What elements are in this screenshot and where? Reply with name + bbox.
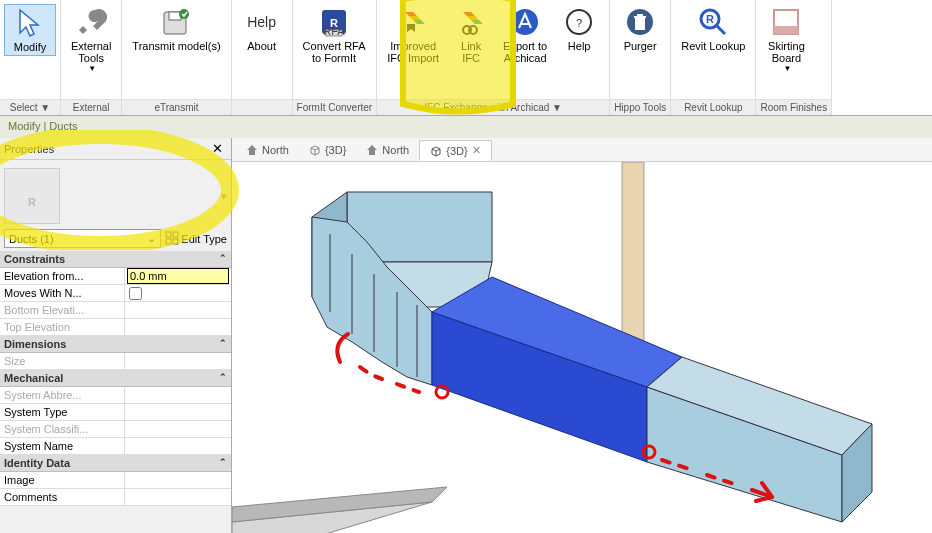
help-icon: Help <box>246 6 278 38</box>
hippo-panel-label: Hippo Tools <box>610 99 670 115</box>
external-tools-button[interactable]: External Tools ▼ <box>65 4 117 75</box>
tab-3d-2-active[interactable]: {3D} ✕ <box>419 140 491 161</box>
revit-lookup-panel-label: Revit Lookup <box>671 99 755 115</box>
value-sys-name[interactable] <box>125 438 231 454</box>
export-archicad-button[interactable]: Export to Archicad <box>497 4 553 66</box>
category-dimensions[interactable]: Dimensions ⌃ <box>0 336 231 353</box>
collapse-icon[interactable]: ⌃ <box>219 338 227 350</box>
type-selector-combo[interactable]: Ducts (1) ⌄ <box>4 229 161 248</box>
svg-rect-13 <box>635 18 645 30</box>
edit-type-button[interactable]: Edit Type <box>165 231 227 247</box>
label-sys-type: System Type <box>0 404 125 420</box>
properties-title: Properties <box>4 143 208 155</box>
category-dimensions-label: Dimensions <box>4 338 66 350</box>
transmit-models-button[interactable]: Transmit model(s) <box>126 4 226 54</box>
ifc-panel-label[interactable]: IFC Exchange with Archicad ▼ <box>377 99 609 115</box>
external-tools-label: External Tools <box>71 40 111 64</box>
value-bottom-elev <box>125 302 231 318</box>
tab-label: {3D} <box>446 145 467 157</box>
skirting-board-button[interactable]: Skirting Board ▼ <box>760 4 812 75</box>
collapse-icon[interactable]: ⌃ <box>219 457 227 469</box>
close-icon[interactable]: ✕ <box>208 141 227 156</box>
svg-rect-23 <box>173 232 178 237</box>
properties-header: Properties ✕ <box>0 138 231 160</box>
tab-north-2[interactable]: North <box>356 141 419 159</box>
moves-with-checkbox[interactable] <box>129 287 142 300</box>
view-tabs: North {3D} North {3D} ✕ <box>232 138 932 162</box>
type-preview[interactable]: R <box>4 168 60 224</box>
convert-rfa-button[interactable]: RRFA Convert RFA to FormIt <box>297 4 372 66</box>
row-size: Size <box>0 353 231 370</box>
row-sys-abbrev: System Abbre... <box>0 387 231 404</box>
question-circle-icon: ? <box>563 6 595 38</box>
svg-text:RFA: RFA <box>323 25 345 37</box>
category-identity[interactable]: Identity Data ⌃ <box>0 455 231 472</box>
value-sys-classif <box>125 421 231 437</box>
value-moves-with[interactable] <box>125 285 231 301</box>
revit-lookup-label: Revit Lookup <box>681 40 745 52</box>
type-selector-row: Ducts (1) ⌄ Edit Type <box>0 226 231 251</box>
value-top-elev <box>125 319 231 335</box>
chevron-down-icon: ▼ <box>88 64 96 73</box>
cursor-icon <box>14 7 46 39</box>
modify-button[interactable]: Modify <box>4 4 56 56</box>
select-panel-label[interactable]: Select ▼ <box>0 99 60 115</box>
category-constraints[interactable]: Constraints ⌃ <box>0 251 231 268</box>
tab-north-1[interactable]: North <box>236 141 299 159</box>
chevron-down-icon[interactable]: ▾ <box>221 190 227 203</box>
svg-rect-15 <box>637 14 643 16</box>
collapse-icon[interactable]: ⌃ <box>219 372 227 384</box>
context-bar: Modify | Ducts <box>0 116 932 138</box>
panel-hippo: Purger Hippo Tools <box>610 0 671 115</box>
value-sys-abbrev <box>125 387 231 403</box>
type-selector-value: Ducts (1) <box>9 233 54 245</box>
ifc-import-icon <box>397 6 429 38</box>
chevron-down-icon: ▼ <box>783 64 791 73</box>
tab-label: {3D} <box>325 144 346 156</box>
tab-close-icon[interactable]: ✕ <box>472 144 481 157</box>
plan-icon <box>366 144 378 156</box>
panel-formit: RRFA Convert RFA to FormIt FormIt Conver… <box>293 0 378 115</box>
row-sys-name: System Name <box>0 438 231 455</box>
ribbon-toolbar: Modify Select ▼ External Tools ▼ Externa… <box>0 0 932 116</box>
panel-select: Modify Select ▼ <box>0 0 61 115</box>
improved-ifc-import-button[interactable]: Improved IFC Import <box>381 4 445 66</box>
tab-3d-1[interactable]: {3D} <box>299 141 356 159</box>
type-preview-row: R ▾ <box>0 160 231 226</box>
value-comments[interactable] <box>125 489 231 505</box>
row-top-elev: Top Elevation <box>0 319 231 336</box>
row-sys-type: System Type <box>0 404 231 421</box>
value-sys-type[interactable] <box>125 404 231 420</box>
export-archicad-label: Export to Archicad <box>503 40 547 64</box>
row-comments: Comments <box>0 489 231 506</box>
value-elevation-from[interactable] <box>125 268 231 284</box>
main-area: Properties ✕ R ▾ Ducts (1) ⌄ Edit Type <box>0 138 932 533</box>
revit-lookup-button[interactable]: R Revit Lookup <box>675 4 751 54</box>
label-elevation-from: Elevation from... <box>0 268 125 284</box>
elevation-from-input[interactable] <box>127 268 229 284</box>
svg-line-17 <box>717 26 725 34</box>
view-canvas-3d[interactable] <box>232 162 932 533</box>
help-button-ifc[interactable]: ? Help <box>553 4 605 54</box>
svg-point-2 <box>179 9 189 19</box>
ifc-link-icon <box>455 6 487 38</box>
edit-type-label: Edit Type <box>181 233 227 245</box>
properties-grid[interactable]: Constraints ⌃ Elevation from... Moves Wi… <box>0 251 231 533</box>
tab-label: North <box>382 144 409 156</box>
value-image[interactable] <box>125 472 231 488</box>
save-transmit-icon <box>160 6 192 38</box>
row-bottom-elev: Bottom Elevati... <box>0 302 231 319</box>
label-size: Size <box>0 353 125 369</box>
collapse-icon[interactable]: ⌃ <box>219 253 227 265</box>
label-sys-name: System Name <box>0 438 125 454</box>
link-ifc-button[interactable]: Link IFC <box>445 4 497 66</box>
svg-rect-24 <box>166 239 171 244</box>
edit-type-icon <box>165 231 179 247</box>
label-sys-classif: System Classifi... <box>0 421 125 437</box>
archicad-icon <box>509 6 541 38</box>
about-button[interactable]: Help About <box>236 4 288 54</box>
tab-label: North <box>262 144 289 156</box>
help-label: Help <box>568 40 591 52</box>
category-mechanical[interactable]: Mechanical ⌃ <box>0 370 231 387</box>
purger-button[interactable]: Purger <box>614 4 666 54</box>
